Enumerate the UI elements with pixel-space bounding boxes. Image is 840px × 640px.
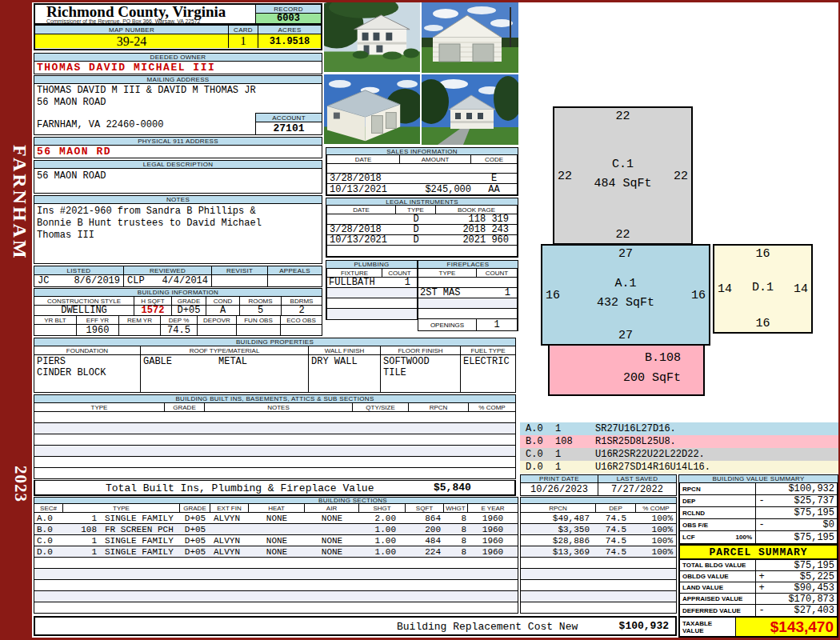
wall-finish-header: WALL FINISH — [309, 346, 381, 354]
sketch-code-row: C.0 1 U16R2SR22U22L22D22. — [520, 448, 838, 461]
reviewed-value: CLP 4/4/2014 — [124, 275, 212, 286]
acres-value: 31.9518 — [258, 34, 321, 48]
section-eyear: 1960 — [468, 524, 518, 534]
parcel-amount: $90,453 — [767, 582, 837, 593]
eyear-header: E YEAR — [468, 504, 518, 512]
sketch-code-list: A.0 1 SR27U16L27D16. B.0 108 R1SR25D8L25… — [520, 422, 838, 474]
county-title: Richmond County, Virginia — [46, 5, 255, 18]
account-header: ACCOUNT — [256, 114, 322, 122]
sqft-header: SQFT — [406, 504, 444, 512]
code-vector: U16R2SR22U22L22D22. — [595, 449, 705, 460]
sales-date-header: DATE — [327, 155, 400, 163]
parcel-summary-header: PARCEL SUMMARY — [678, 544, 838, 560]
ecoobs-value — [281, 325, 322, 335]
deeded-owner-header: DEEDED OWNER — [34, 53, 322, 62]
building-section-row: A.0 1 SINGLE FAMILY D+05 ALVYN NONE NONE… — [34, 513, 518, 524]
physical-address-header: PHYSICAL 911 ADDRESS — [34, 137, 322, 146]
section-whgt: 8 — [444, 535, 468, 546]
district-label: FARNHAM — [2, 134, 30, 270]
built-ins-grade-header: GRADE — [165, 403, 205, 411]
construction-style-value: DWELLING — [34, 306, 134, 315]
building-properties-panel: BUILDING PROPERTIES FOUNDATION ROOF TYPE… — [34, 338, 516, 393]
remyr-header: REM YR — [119, 316, 161, 324]
record-value: 6003 — [256, 14, 321, 23]
sale-amount — [400, 164, 471, 173]
code-vector: SR27U16L27D16. — [595, 423, 676, 434]
instrument-empty-row — [327, 246, 517, 256]
value-amount: $75,195 — [767, 531, 837, 543]
section-value-row: $28,886 74.5 100% — [521, 535, 676, 546]
fireplace-row: 2ST MAS 1 — [418, 288, 517, 298]
section-rpcn: $13,369 — [521, 546, 596, 557]
section-name: A.1 — [542, 274, 709, 293]
section-heat: NONE — [249, 546, 305, 557]
section-value-row: $49,487 74.5 100% — [521, 513, 676, 524]
value-amount: $75,195 — [767, 507, 837, 518]
reviewed-by: CLP — [127, 275, 145, 286]
total-built-ins-row: Total Built Ins, Plumbing & Fireplace Va… — [34, 480, 516, 496]
fixture-count-header: COUNT — [382, 269, 417, 277]
section-air: NONE — [305, 535, 359, 546]
sketch-section-D1: 16 14 14 16 D.1 — [713, 244, 813, 334]
section-extfin — [210, 524, 249, 534]
fireplaces-table: FIREPLACES TYPE COUNT 2ST MAS 1 — [418, 260, 518, 331]
reviewed-date: 4/4/2014 — [162, 275, 208, 286]
section-shgt: 1.00 — [359, 546, 406, 557]
parcel-label: TOTAL BLDG VALUE — [680, 560, 756, 570]
roof-material-value: METAL — [218, 356, 247, 367]
card-header: CARD — [229, 26, 258, 34]
building-info-panel: BUILDING INFORMATION CONSTRUCTION STYLE … — [34, 288, 322, 336]
value-operator: - — [756, 495, 767, 506]
building-sections-table: BUILDING SECTIONS SEC# TYPE GRADE EXT FI… — [34, 497, 518, 614]
account-box: ACCOUNT 27101 — [255, 113, 322, 135]
section-air — [305, 524, 359, 534]
fixture-header: FIXTURE — [327, 269, 382, 277]
instrument-book-header: BOOK PAGE — [436, 206, 517, 214]
dim-bottom: 22 — [554, 228, 691, 242]
grade-header: GRADE — [172, 297, 206, 305]
section-id: C.0 — [34, 535, 63, 546]
section-grade: D+05 — [180, 513, 210, 523]
sketch-section-C1: 22 22 22 22 C.1 484 SqFt — [553, 106, 693, 245]
section-value-empty-row — [521, 569, 676, 580]
taxable-label-line2: VALUE — [682, 627, 735, 634]
last-saved-header: LAST SAVED — [598, 474, 677, 483]
bdrms-value: 2 — [282, 306, 322, 315]
value-operator: - — [756, 519, 767, 530]
notes-panel: NOTES Ins #2021-960 from Sandra B Philli… — [34, 195, 322, 264]
instrument-row: D 118 319 — [327, 214, 517, 225]
sketch-code-row: D.0 1 U16R27SD14R16U14L16. — [520, 461, 838, 474]
instrument-book: 2021 960 — [436, 235, 517, 245]
parcel-row: TOTAL BLDG VALUE $75,195 — [680, 560, 837, 571]
parcel-row: LAND VALUE + $90,453 — [680, 582, 837, 594]
fixture-name — [327, 309, 382, 319]
value-amount: $0 — [767, 519, 837, 530]
extfin-header: EXT FIN — [210, 504, 249, 512]
parcel-label: DEFERRED VALUE — [680, 605, 756, 616]
fixture-count — [382, 309, 417, 319]
map-number-header: MAP NUMBER — [35, 26, 229, 34]
instrument-row: 10/13/2021 D 2021 960 — [327, 235, 517, 246]
section-sqft: 224 — [406, 546, 444, 557]
yrblt-header: YR BLT — [34, 316, 77, 324]
fuel-type-header: FUEL TYPE — [461, 346, 515, 354]
value-label-text: DEP — [682, 498, 695, 505]
value-label: LCF 100% — [680, 531, 756, 543]
instrument-book: 2018 243 — [436, 225, 517, 234]
property-photo-house-rear — [422, 74, 518, 145]
hsqft-header: H SQFT — [134, 297, 172, 305]
sales-row: 10/13/2021 $245,000 AA — [327, 184, 517, 194]
fireplace-type: 2ST MAS — [418, 288, 477, 298]
built-ins-empty-row — [34, 446, 515, 457]
built-ins-notes-header: NOTES — [205, 403, 353, 411]
plumbing-fireplaces-panel: PLUMBING FIXTURE COUNT FULLBATH 1 — [326, 260, 518, 331]
fixture-name: FULLBATH — [327, 278, 382, 287]
built-ins-comp-header: % COMP — [469, 403, 515, 411]
sketch-section-B108: B.108 200 SqFt — [548, 344, 705, 396]
remyr-value — [119, 325, 161, 335]
plumbing-row: FULLBATH 1 — [327, 278, 417, 288]
value-operator — [756, 531, 767, 543]
fixture-count: 1 — [382, 278, 417, 287]
floor-finish-header: FLOOR FINISH — [381, 346, 461, 354]
openings-value: 1 — [477, 319, 517, 330]
